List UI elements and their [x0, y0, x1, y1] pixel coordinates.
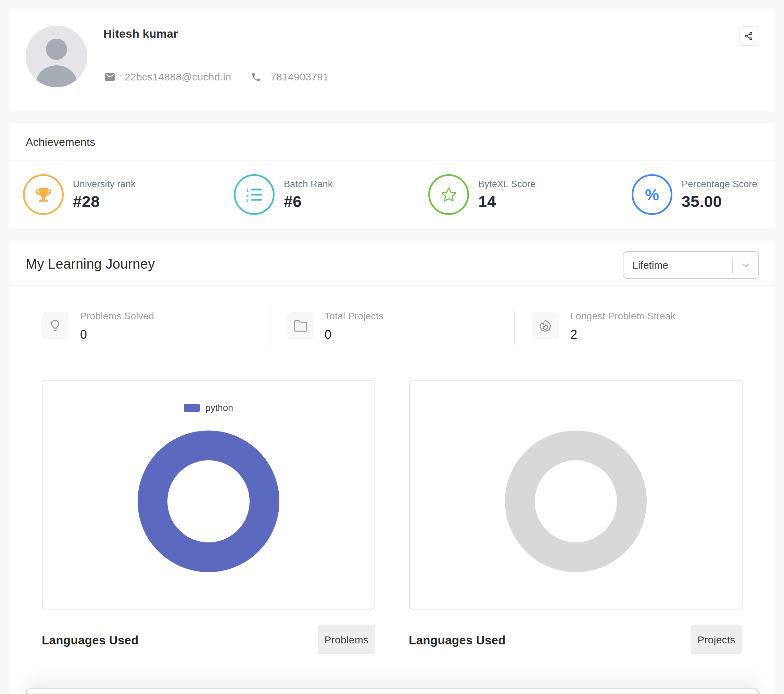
achievement-value: 35.00: [682, 192, 757, 211]
achievements-title: Achievements: [26, 135, 95, 149]
problems-badge[interactable]: Problems: [318, 625, 375, 654]
achievement-label: University rank: [73, 179, 135, 189]
stat-label: Total Projects: [324, 311, 384, 322]
stat-total-projects: Total Projects 0: [324, 311, 384, 342]
person-icon: [26, 26, 87, 87]
flame-icon: [532, 312, 559, 339]
stat-problems-solved: Problems Solved 0: [80, 311, 154, 342]
numbered-list-icon: 1 2 3: [234, 174, 275, 215]
svg-text:2: 2: [246, 192, 249, 198]
percent-glyph: %: [645, 186, 659, 204]
chevron-down-icon-svg: [741, 260, 751, 270]
stat-value: 2: [570, 327, 675, 342]
trophy-icon-svg: [36, 187, 51, 202]
stat-label: Longest Problem Streak: [570, 311, 675, 322]
profile-email: 22bcs14888@cuchd.in: [125, 71, 231, 83]
problems-languages-chart: python: [42, 380, 375, 610]
stat-longest-problem-streak: Longest Problem Streak 2: [570, 311, 675, 342]
achievement-text: University rank #28: [73, 179, 135, 211]
folder-icon: [287, 312, 314, 339]
profile-card: Hitesh kumar 22bcs14888@cuchd.in 7814903…: [9, 8, 775, 111]
avatar: [26, 26, 87, 87]
trophy-icon: [23, 174, 64, 215]
languages-used-title-projects: Languages Used: [409, 633, 506, 648]
projects-languages-chart: [409, 380, 743, 610]
flame-icon-svg: [538, 319, 553, 333]
period-filter-select[interactable]: Lifetime: [623, 251, 759, 279]
projects-badge[interactable]: Projects: [690, 625, 742, 654]
achievement-label: ByteXL Score: [478, 179, 536, 189]
donut-chart-projects: [410, 380, 742, 609]
achievement-value: #6: [284, 192, 333, 211]
achievement-text: Percentage Score 35.00: [682, 179, 757, 211]
achievement-value: #28: [73, 192, 135, 211]
star-icon: [428, 174, 469, 215]
star-icon-svg: [440, 186, 457, 203]
phone-icon-svg: [251, 72, 262, 82]
profile-name: Hitesh kumar: [104, 26, 178, 41]
achievements-card: Achievements University rank #28 1 2 3 B…: [9, 123, 775, 229]
divider: [514, 306, 515, 346]
profile-phone: 7814903791: [270, 71, 329, 83]
stat-label: Problems Solved: [80, 311, 154, 322]
achievement-percentage-score: % Percentage Score 35.00: [632, 174, 757, 215]
achievement-label: Batch Rank: [284, 179, 333, 189]
achievement-university-rank: University rank #28: [23, 174, 135, 215]
achievement-bytexl-score: ByteXL Score 14: [428, 174, 536, 215]
phone-group: 7814903791: [251, 71, 329, 83]
achievement-text: ByteXL Score 14: [478, 179, 536, 211]
share-icon: [744, 31, 753, 41]
svg-text:1: 1: [246, 187, 249, 192]
achievement-value: 14: [478, 192, 536, 211]
stat-value: 0: [80, 327, 154, 342]
donut-chart-problems: [43, 380, 374, 609]
next-section-card: [26, 689, 759, 694]
mail-icon: [104, 71, 116, 83]
numbered-list-icon-svg: 1 2 3: [245, 186, 263, 203]
svg-text:3: 3: [246, 198, 249, 203]
achievement-label: Percentage Score: [682, 179, 757, 189]
languages-used-title-problems: Languages Used: [42, 633, 138, 648]
bulb-icon-svg: [48, 318, 63, 333]
period-filter-value: Lifetime: [632, 260, 732, 271]
contact-row: 22bcs14888@cuchd.in 7814903791: [104, 68, 329, 86]
divider: [270, 306, 270, 346]
phone-icon: [251, 72, 262, 82]
chevron-down-icon: [733, 260, 758, 270]
stat-value: 0: [324, 327, 384, 342]
achievement-text: Batch Rank #6: [284, 179, 333, 211]
divider: [9, 285, 775, 286]
achievement-batch-rank: 1 2 3 Batch Rank #6: [234, 174, 333, 215]
percent-icon: %: [632, 174, 672, 215]
learning-journey-card: My Learning Journey Lifetime Problems So…: [9, 240, 775, 694]
folder-icon-svg: [293, 319, 308, 333]
mail-icon-svg: [104, 71, 116, 83]
bulb-icon: [41, 312, 69, 339]
share-icon-svg: [744, 31, 753, 41]
learning-journey-title: My Learning Journey: [26, 255, 155, 272]
share-button[interactable]: [739, 26, 758, 46]
divider: [9, 160, 775, 161]
